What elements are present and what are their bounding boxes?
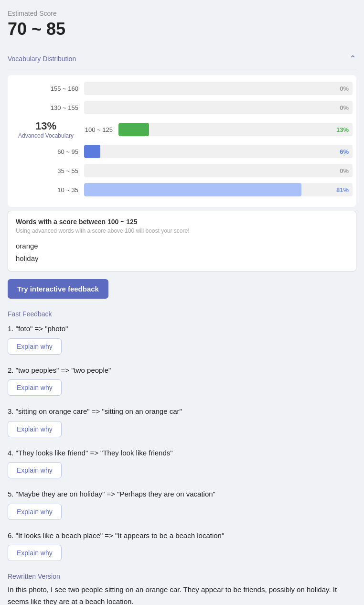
word-score-orange: orange — [16, 240, 348, 252]
feedback-item-6: 6. "It looks like a beach place" => "It … — [8, 530, 356, 568]
vocab-bar-100-125: 13% — [118, 123, 353, 136]
feedback-item-2: 2. "two peoples" => "two people" Explain… — [8, 365, 356, 403]
vocab-percent-35-55: 0% — [340, 167, 349, 174]
feedback-item-5: 5. "Maybe they are on holiday" => "Perha… — [8, 489, 356, 527]
vocab-bar-155-160: 0% — [84, 82, 353, 95]
vocab-percent-60-95: 6% — [340, 148, 349, 155]
vocab-row-100-125: 13% Advanced Vocabulary 100 ~ 125 13% — [8, 119, 356, 140]
vocab-percent-155-160: 0% — [340, 85, 349, 92]
vocab-center-percent: 13% — [35, 120, 56, 132]
rewritten-version-text: In this photo, I see two people sitting … — [8, 584, 356, 605]
explain-why-button-4[interactable]: Explain why — [8, 462, 62, 478]
feedback-text-3: 3. "sitting on orange care" => "sitting … — [8, 406, 356, 417]
estimated-score-label: Estimated Score — [8, 10, 356, 17]
vocab-percent-10-35: 81% — [336, 186, 349, 194]
feedback-item-1: 1. "foto" => "photo" Explain why — [8, 324, 356, 361]
vocab-range-130-155: 130 ~ 155 — [46, 104, 84, 111]
vocab-distribution-table: 155 ~ 160 0% 130 ~ 155 0% 13% Advanced V… — [8, 75, 356, 207]
vocab-range-35-55: 35 ~ 55 — [46, 167, 84, 174]
explain-why-button-1[interactable]: Explain why — [8, 338, 62, 355]
vocab-row-35-55: 35 ~ 55 0% — [8, 163, 356, 178]
feedback-text-1: 1. "foto" => "photo" — [8, 324, 356, 335]
vocab-range-155-160: 155 ~ 160 — [46, 85, 84, 92]
feedback-text-4: 4. "They looks like friend" => "They loo… — [8, 448, 356, 459]
vocab-bar-60-95: 6% — [84, 145, 353, 158]
vocab-row-155-160: 155 ~ 160 0% — [8, 81, 356, 96]
vocab-range-100-125: 100 ~ 125 — [84, 126, 118, 133]
explain-why-button-5[interactable]: Explain why — [8, 504, 62, 520]
word-score-holiday: holiday — [16, 252, 348, 265]
word-score-box: Words with a score between 100 ~ 125 Usi… — [8, 211, 356, 271]
vocab-center-label: 13% Advanced Vocabulary — [8, 120, 84, 139]
try-interactive-feedback-button[interactable]: Try interactive feedback — [8, 279, 108, 299]
vocab-distribution-title: Vocabulary Distribution — [8, 55, 76, 63]
vocab-row-10-35: 10 ~ 35 81% — [8, 182, 356, 197]
chevron-up-icon[interactable]: ⌃ — [349, 54, 356, 64]
vocab-bar-130-155: 0% — [84, 101, 353, 114]
explain-why-button-6[interactable]: Explain why — [8, 545, 62, 561]
vocab-percent-100-125: 13% — [336, 126, 349, 133]
rewritten-version-label: Rewritten Version — [8, 573, 356, 580]
vocab-distribution-header: Vocabulary Distribution ⌃ — [8, 49, 356, 69]
vocab-row-130-155: 130 ~ 155 0% — [8, 100, 356, 115]
vocab-percent-130-155: 0% — [340, 104, 349, 111]
feedback-text-5: 5. "Maybe they are on holiday" => "Perha… — [8, 489, 356, 500]
feedback-text-2: 2. "two peoples" => "two people" — [8, 365, 356, 376]
feedback-item-4: 4. "They looks like friend" => "They loo… — [8, 448, 356, 486]
word-score-title: Words with a score between 100 ~ 125 — [16, 218, 348, 226]
vocab-range-60-95: 60 ~ 95 — [46, 148, 84, 155]
feedback-text-6: 6. "It looks like a beach place" => "It … — [8, 530, 356, 541]
explain-why-button-2[interactable]: Explain why — [8, 379, 62, 396]
explain-why-button-3[interactable]: Explain why — [8, 421, 62, 437]
vocab-bar-35-55: 0% — [84, 164, 353, 177]
vocab-row-60-95: 60 ~ 95 6% — [8, 144, 356, 159]
vocab-center-sublabel: Advanced Vocabulary — [18, 132, 74, 139]
vocab-range-10-35: 10 ~ 35 — [46, 186, 84, 194]
estimated-score-value: 70 ~ 85 — [8, 19, 356, 39]
vocab-bar-10-35: 81% — [84, 183, 353, 196]
word-score-subtitle: Using advanced words with a score above … — [16, 227, 348, 234]
fast-feedback-label: Fast Feedback — [8, 310, 356, 318]
feedback-item-3: 3. "sitting on orange care" => "sitting … — [8, 406, 356, 444]
